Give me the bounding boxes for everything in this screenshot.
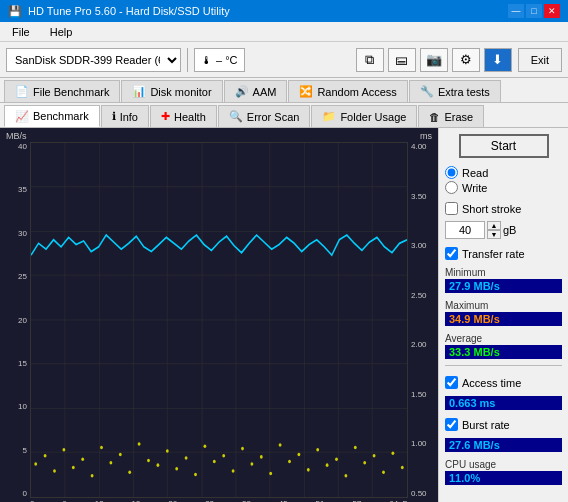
start-button[interactable]: Start [459,134,549,158]
tab-benchmark[interactable]: 📈 Benchmark [4,105,100,127]
chart-inner [30,142,408,498]
tab-health[interactable]: ✚ Health [150,105,217,127]
copy-icon-btn[interactable]: ⧉ [356,48,384,72]
tab-info-label: Info [120,111,138,123]
tab-file-benchmark-label: File Benchmark [33,86,109,98]
svg-point-36 [203,444,206,448]
access-time-value-block: 0.663 ms [445,395,562,410]
tab-folder-usage-label: Folder Usage [340,111,406,123]
svg-point-37 [213,460,216,464]
erase-icon: 🗑 [429,111,440,123]
read-radio[interactable] [445,166,458,179]
drive-select[interactable]: SanDisk SDDR-399 Reader (64 gB) [6,48,181,72]
tab-random-access[interactable]: 🔀 Random Access [288,80,407,102]
tab-health-label: Health [174,111,206,123]
help-menu[interactable]: Help [46,25,77,39]
access-time-checkbox[interactable] [445,376,458,389]
svg-point-55 [382,470,385,474]
svg-point-32 [166,449,169,453]
svg-point-47 [307,468,310,472]
short-stroke-input[interactable] [445,221,485,239]
write-radio-label[interactable]: Write [445,181,562,194]
tab-disk-monitor[interactable]: 📊 Disk monitor [121,80,222,102]
minimum-value: 27.9 MB/s [445,279,562,293]
svg-point-27 [119,453,122,457]
svg-point-30 [147,459,150,463]
tab-erase[interactable]: 🗑 Erase [418,105,484,127]
error-scan-icon: 🔍 [229,110,243,123]
title-bar-buttons: — □ ✕ [508,4,560,18]
svg-point-24 [91,474,94,478]
app-title: HD Tune Pro 5.60 - Hard Disk/SSD Utility [28,5,230,17]
burst-rate-value: 27.6 MB/s [445,438,562,452]
y-axis-right: 4.00 3.50 3.00 2.50 2.00 1.50 1.00 0.50 [408,142,436,498]
svg-point-26 [109,461,112,465]
svg-point-18 [34,462,37,466]
svg-point-29 [138,442,141,446]
transfer-rate-checkbox[interactable] [445,247,458,260]
title-bar: 💾 HD Tune Pro 5.60 - Hard Disk/SSD Utili… [0,0,568,22]
cpu-block: CPU usage 11.0% [445,458,562,485]
svg-point-52 [354,446,357,450]
svg-point-25 [100,446,103,450]
app-icon: 💾 [8,5,22,18]
tabs-row2: 📈 Benchmark ℹ Info ✚ Health 🔍 Error Scan… [0,103,568,128]
access-time-value: 0.663 ms [445,396,562,410]
tab-aam[interactable]: 🔊 AAM [224,80,288,102]
tab-error-scan[interactable]: 🔍 Error Scan [218,105,311,127]
menu-bar: File Help [0,22,568,42]
exit-button[interactable]: Exit [518,48,562,72]
download-icon-btn[interactable]: ⬇ [484,48,512,72]
short-stroke-spinner: ▲ ▼ [487,221,501,239]
temp-display: 🌡 – °C [194,48,245,72]
main-content: MB/s ms 40 35 30 25 20 15 10 5 0 [0,128,568,502]
tab-info[interactable]: ℹ Info [101,105,149,127]
average-value: 33.3 MB/s [445,345,562,359]
short-stroke-checkbox[interactable] [445,202,458,215]
maximum-block: Maximum 34.9 MB/s [445,299,562,326]
camera-icon-btn[interactable]: 📷 [420,48,448,72]
read-radio-label[interactable]: Read [445,166,562,179]
write-radio[interactable] [445,181,458,194]
svg-point-21 [62,448,65,452]
tab-file-benchmark[interactable]: 📄 File Benchmark [4,80,120,102]
average-block: Average 33.3 MB/s [445,332,562,359]
minimize-button[interactable]: — [508,4,524,18]
read-label: Read [462,167,488,179]
burst-rate-checkbox[interactable] [445,418,458,431]
file-menu[interactable]: File [8,25,34,39]
info-icon: ℹ [112,110,116,123]
svg-point-51 [344,474,347,478]
aam-icon: 🔊 [235,85,249,98]
cpu-label: CPU usage [445,459,496,470]
access-time-label: Access time [462,377,521,389]
maximize-button[interactable]: □ [526,4,542,18]
tab-disk-monitor-label: Disk monitor [150,86,211,98]
tab-folder-usage[interactable]: 📁 Folder Usage [311,105,417,127]
right-panel: Start Read Write Short stroke ▲ ▼ gB [438,128,568,502]
toolbar: SanDisk SDDR-399 Reader (64 gB) 🌡 – °C ⧉… [0,42,568,78]
burst-rate-value-block: 27.6 MB/s [445,437,562,452]
short-stroke-unit: gB [503,224,516,236]
maximum-label: Maximum [445,300,488,311]
close-button[interactable]: ✕ [544,4,560,18]
toolbar-icons: ⧉ 🖴 📷 ⚙ ⬇ [356,48,512,72]
svg-point-57 [401,466,404,470]
svg-point-45 [288,460,291,464]
chart-svg [31,143,407,497]
svg-point-44 [279,443,282,447]
svg-point-19 [44,454,47,458]
short-stroke-label: Short stroke [462,203,521,215]
spin-up-button[interactable]: ▲ [487,221,501,230]
settings-icon-btn[interactable]: ⚙ [452,48,480,72]
y-left-label: MB/s [6,131,27,141]
spin-down-button[interactable]: ▼ [487,230,501,239]
minimum-block: Minimum 27.9 MB/s [445,266,562,293]
tab-extra-tests[interactable]: 🔧 Extra tests [409,80,501,102]
benchmark-icon: 📈 [15,110,29,123]
svg-point-35 [194,473,197,477]
burst-rate-label: Burst rate [462,419,510,431]
access-time-row: Access time [445,376,562,389]
tab-benchmark-label: Benchmark [33,110,89,122]
drive-icon-btn[interactable]: 🖴 [388,48,416,72]
